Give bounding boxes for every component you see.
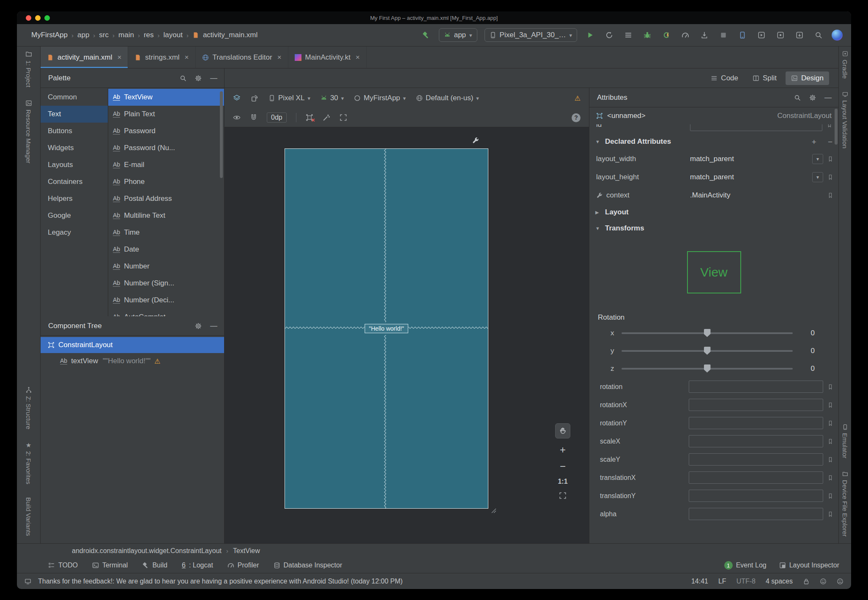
bookmark-icon[interactable] [827, 438, 833, 444]
stripe-resource-manager-button[interactable]: Resource Manager [25, 100, 32, 164]
stripe-gradle-button[interactable]: Gradle [841, 51, 849, 79]
stripe-emulator-button[interactable]: Emulator [841, 424, 849, 458]
chevron-down-icon[interactable]: ▾ [812, 154, 823, 164]
wrench-icon[interactable] [472, 137, 479, 144]
avd-manager-button[interactable] [775, 29, 786, 41]
palette-item-number-decimal[interactable]: AbNumber (Deci... [108, 292, 224, 309]
design-canvas[interactable]: "Hello world!" + − 1:1 [225, 127, 589, 543]
palette-item-phone[interactable]: AbPhone [108, 173, 224, 190]
alpha-input[interactable] [689, 508, 823, 520]
stripe-device-file-explorer-button[interactable]: Device File Explorer [841, 471, 849, 537]
component-tree-minimize-button[interactable]: — [210, 322, 217, 330]
tree-item-textview[interactable]: Ab textView ""Hello world!"" ⚠ [41, 353, 224, 369]
sdk-manager-button[interactable] [794, 29, 805, 41]
bookmark-icon[interactable] [827, 475, 833, 481]
breadcrumb-src[interactable]: src [99, 31, 109, 39]
bookmark-icon[interactable] [827, 192, 833, 198]
lock-icon[interactable] [803, 578, 810, 585]
bookmark-icon[interactable] [827, 420, 833, 426]
todo-button[interactable]: TODO [48, 562, 78, 569]
palette-category-containers[interactable]: Containers [41, 173, 108, 190]
palette-category-google[interactable]: Google [41, 207, 108, 224]
debug-button[interactable] [641, 29, 653, 41]
rotation-x-input[interactable] [689, 399, 823, 411]
autoconnect-magnet-icon[interactable] [250, 114, 257, 121]
breadcrumb-main[interactable]: main [118, 31, 134, 39]
tab-activity-main-xml[interactable]: activity_main.xml × [41, 47, 128, 68]
context-value[interactable]: .MainActivity [690, 191, 823, 200]
phone-screen[interactable]: "Hello world!" [285, 148, 488, 509]
target-device-select[interactable]: Pixel_3a_API_30_… ▾ [485, 28, 577, 42]
rotation-input[interactable] [689, 381, 823, 393]
bookmark-icon[interactable] [827, 457, 833, 463]
run-configurations-list-button[interactable] [622, 29, 634, 41]
rotation-y-slider[interactable] [622, 350, 793, 352]
logcat-toolwindow-button[interactable]: 6: Logcat [182, 562, 213, 569]
logcat-button[interactable] [756, 29, 767, 41]
minimize-window-button[interactable] [35, 15, 41, 21]
palette-category-widgets[interactable]: Widgets [41, 140, 108, 156]
stripe-build-variants-button[interactable]: Build Variants [25, 497, 32, 536]
slider-thumb[interactable] [704, 347, 711, 355]
tab-mainactivity-kt[interactable]: MainActivity.kt × [288, 47, 367, 68]
layout-inspector-button[interactable]: Layout Inspector [779, 562, 839, 569]
bookmark-icon[interactable] [827, 174, 833, 180]
translation-y-input[interactable] [689, 490, 823, 502]
palette-settings-button[interactable] [195, 75, 202, 82]
palette-item-number[interactable]: AbNumber [108, 258, 224, 275]
transforms-section[interactable]: ▼ Transforms [589, 220, 838, 236]
breadcrumb-res[interactable]: res [144, 31, 154, 39]
palette-item-textview[interactable]: AbTextView [108, 89, 224, 106]
declared-attributes-section[interactable]: ▼ Declared Attributes + − [589, 134, 838, 150]
device-in-editor-select[interactable]: Pixel XL ▾ [268, 94, 310, 102]
attach-debugger-button[interactable] [698, 29, 710, 41]
chevron-down-icon[interactable]: ▾ [812, 172, 823, 182]
id-input[interactable] [690, 124, 822, 131]
tab-translations-editor[interactable]: Translations Editor × [196, 47, 288, 68]
component-tree-settings-button[interactable] [195, 323, 202, 329]
zoom-to-fit-icon[interactable] [559, 492, 567, 499]
palette-item-time[interactable]: AbTime [108, 224, 224, 241]
database-inspector-button[interactable]: Database Inspector [274, 562, 342, 569]
pack-icon[interactable] [340, 114, 347, 121]
stripe-favorites-button[interactable]: ★ 2: Favorites [25, 442, 32, 484]
palette-category-layouts[interactable]: Layouts [41, 156, 108, 173]
bookmark-icon[interactable] [827, 402, 833, 408]
build-toolwindow-button[interactable]: Build [142, 562, 167, 569]
breadcrumb-layout[interactable]: layout [164, 31, 183, 39]
search-everywhere-button[interactable] [813, 29, 824, 41]
breadcrumb-project[interactable]: MyFirstApp [31, 31, 68, 39]
default-margin-select[interactable]: 0dp [267, 112, 287, 123]
rotation-z-slider[interactable] [622, 368, 793, 370]
zoom-level[interactable]: 1:1 [558, 478, 567, 485]
palette-item-plain-text[interactable]: AbPlain Text [108, 106, 224, 123]
run-configuration-select[interactable]: app ▾ [439, 28, 477, 42]
slider-thumb[interactable] [704, 329, 711, 337]
palette-item-password[interactable]: AbPassword [108, 123, 224, 140]
resize-handle-icon[interactable] [490, 507, 497, 514]
api-version-select[interactable]: 30 ▾ [320, 94, 344, 102]
palette-category-text[interactable]: Text [41, 106, 108, 123]
attributes-scrollbar[interactable] [835, 109, 838, 145]
palette-scrollbar[interactable] [220, 91, 223, 178]
apply-code-changes-button[interactable] [660, 29, 672, 41]
cursor-position[interactable]: 14:41 [691, 578, 708, 585]
breadcrumb-constraintlayout[interactable]: androidx.constraintlayout.widget.Constra… [72, 547, 222, 555]
warning-icon[interactable]: ⚠ [154, 357, 160, 365]
apply-changes-button[interactable] [603, 29, 615, 41]
palette-item-multiline-text[interactable]: AbMultiline Text [108, 207, 224, 224]
translation-x-input[interactable] [689, 471, 823, 484]
palette-item-postal-address[interactable]: AbPostal Address [108, 190, 224, 207]
rotation-y-input[interactable] [689, 417, 823, 429]
palette-item-email[interactable]: AbE-mail [108, 156, 224, 173]
clear-constraints-button[interactable]: × [306, 114, 313, 121]
stop-button[interactable] [717, 29, 729, 41]
layout-section[interactable]: ▶ Layout [589, 204, 838, 220]
layout-width-combobox[interactable]: match_parent ▾ [690, 154, 823, 164]
orientation-icon[interactable] [251, 94, 258, 102]
breadcrumb-textview[interactable]: TextView [233, 547, 260, 555]
smile-feedback-icon[interactable] [820, 578, 827, 585]
view-options-eye-icon[interactable] [233, 114, 241, 121]
attributes-minimize-button[interactable]: — [824, 93, 832, 102]
build-button[interactable] [420, 29, 432, 41]
